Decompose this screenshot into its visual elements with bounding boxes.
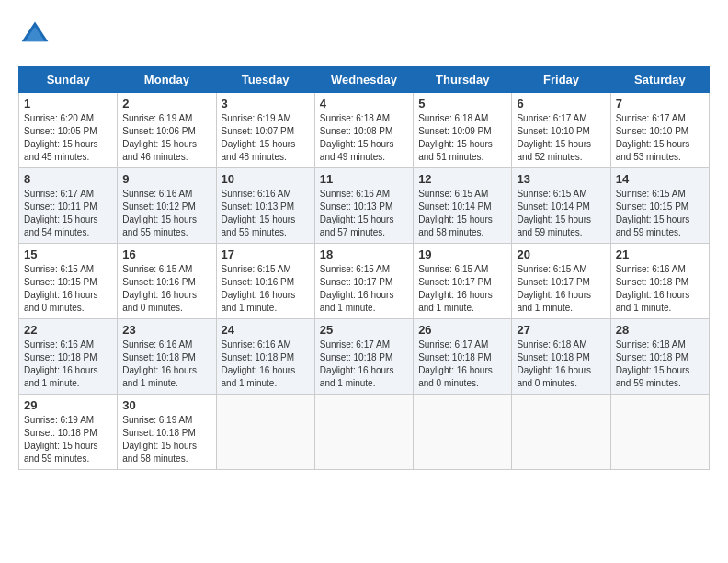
calendar-week-row: 22Sunrise: 6:16 AM Sunset: 10:18 PM Dayl… (19, 319, 710, 395)
day-number: 24 (222, 323, 310, 337)
calendar-header-sunday: Sunday (19, 67, 118, 93)
day-info: Sunrise: 6:15 AM Sunset: 10:14 PM Daylig… (418, 188, 506, 239)
calendar-header-tuesday: Tuesday (216, 67, 314, 93)
day-number: 3 (222, 97, 310, 110)
calendar-cell (216, 395, 314, 470)
day-number: 25 (320, 323, 408, 337)
day-number: 23 (122, 323, 210, 337)
calendar-header-row: SundayMondayTuesdayWednesdayThursdayFrid… (19, 67, 710, 93)
day-info: Sunrise: 6:16 AM Sunset: 10:18 PM Daylig… (122, 339, 210, 390)
day-number: 13 (517, 172, 605, 186)
calendar-cell: 19Sunrise: 6:15 AM Sunset: 10:17 PM Dayl… (414, 244, 512, 319)
calendar-cell: 28Sunrise: 6:18 AM Sunset: 10:18 PM Dayl… (610, 319, 709, 395)
day-info: Sunrise: 6:15 AM Sunset: 10:14 PM Daylig… (517, 188, 605, 239)
calendar-cell: 29Sunrise: 6:19 AM Sunset: 10:18 PM Dayl… (19, 395, 118, 470)
day-number: 27 (517, 323, 605, 337)
day-number: 6 (517, 97, 605, 110)
day-info: Sunrise: 6:15 AM Sunset: 10:16 PM Daylig… (222, 263, 310, 315)
calendar-cell: 11Sunrise: 6:16 AM Sunset: 10:13 PM Dayl… (314, 168, 413, 244)
calendar-cell (610, 395, 709, 470)
day-info: Sunrise: 6:16 AM Sunset: 10:18 PM Daylig… (616, 263, 704, 315)
day-info: Sunrise: 6:15 AM Sunset: 10:15 PM Daylig… (24, 263, 112, 315)
day-number: 10 (222, 172, 310, 186)
calendar-cell: 27Sunrise: 6:18 AM Sunset: 10:18 PM Dayl… (512, 319, 610, 395)
calendar-cell: 18Sunrise: 6:15 AM Sunset: 10:17 PM Dayl… (314, 244, 413, 319)
calendar-cell: 10Sunrise: 6:16 AM Sunset: 10:13 PM Dayl… (216, 168, 314, 244)
day-number: 5 (418, 97, 506, 110)
day-number: 7 (616, 97, 704, 110)
day-number: 20 (517, 247, 605, 261)
calendar-cell: 5Sunrise: 6:18 AM Sunset: 10:09 PM Dayli… (414, 93, 512, 168)
day-info: Sunrise: 6:17 AM Sunset: 10:11 PM Daylig… (24, 188, 112, 239)
day-info: Sunrise: 6:16 AM Sunset: 10:13 PM Daylig… (320, 188, 408, 239)
calendar-cell: 25Sunrise: 6:17 AM Sunset: 10:18 PM Dayl… (314, 319, 413, 395)
logo-icon (18, 18, 51, 52)
calendar-cell (512, 395, 610, 470)
day-number: 14 (616, 172, 704, 186)
day-number: 2 (122, 97, 210, 110)
calendar-cell: 20Sunrise: 6:15 AM Sunset: 10:17 PM Dayl… (512, 244, 610, 319)
day-info: Sunrise: 6:18 AM Sunset: 10:18 PM Daylig… (517, 339, 605, 390)
day-number: 19 (418, 247, 506, 261)
day-number: 28 (616, 323, 704, 337)
day-info: Sunrise: 6:18 AM Sunset: 10:18 PM Daylig… (616, 339, 704, 390)
page-header (18, 18, 710, 52)
calendar-table: SundayMondayTuesdayWednesdayThursdayFrid… (18, 66, 710, 470)
calendar-cell: 4Sunrise: 6:18 AM Sunset: 10:08 PM Dayli… (314, 93, 413, 168)
day-info: Sunrise: 6:16 AM Sunset: 10:12 PM Daylig… (122, 188, 210, 239)
day-number: 4 (320, 97, 408, 110)
day-number: 16 (122, 247, 210, 261)
day-info: Sunrise: 6:19 AM Sunset: 10:18 PM Daylig… (122, 414, 210, 465)
calendar-cell: 23Sunrise: 6:16 AM Sunset: 10:18 PM Dayl… (118, 319, 216, 395)
calendar-week-row: 29Sunrise: 6:19 AM Sunset: 10:18 PM Dayl… (19, 395, 710, 470)
day-info: Sunrise: 6:16 AM Sunset: 10:18 PM Daylig… (24, 339, 112, 390)
calendar-week-row: 8Sunrise: 6:17 AM Sunset: 10:11 PM Dayli… (19, 168, 710, 244)
day-info: Sunrise: 6:19 AM Sunset: 10:18 PM Daylig… (24, 414, 112, 465)
day-number: 9 (122, 172, 210, 186)
calendar-cell: 6Sunrise: 6:17 AM Sunset: 10:10 PM Dayli… (512, 93, 610, 168)
calendar-cell: 7Sunrise: 6:17 AM Sunset: 10:10 PM Dayli… (610, 93, 709, 168)
calendar-cell: 17Sunrise: 6:15 AM Sunset: 10:16 PM Dayl… (216, 244, 314, 319)
calendar-cell: 3Sunrise: 6:19 AM Sunset: 10:07 PM Dayli… (216, 93, 314, 168)
calendar-cell: 30Sunrise: 6:19 AM Sunset: 10:18 PM Dayl… (118, 395, 216, 470)
calendar-header-thursday: Thursday (414, 67, 512, 93)
day-info: Sunrise: 6:15 AM Sunset: 10:16 PM Daylig… (122, 263, 210, 315)
day-number: 8 (24, 172, 112, 186)
calendar-header-wednesday: Wednesday (314, 67, 413, 93)
day-number: 11 (320, 172, 408, 186)
calendar-cell (314, 395, 413, 470)
day-info: Sunrise: 6:20 AM Sunset: 10:05 PM Daylig… (24, 112, 112, 164)
day-number: 22 (24, 323, 112, 337)
calendar-cell: 26Sunrise: 6:17 AM Sunset: 10:18 PM Dayl… (414, 319, 512, 395)
day-info: Sunrise: 6:15 AM Sunset: 10:15 PM Daylig… (616, 188, 704, 239)
calendar-cell: 14Sunrise: 6:15 AM Sunset: 10:15 PM Dayl… (610, 168, 709, 244)
day-info: Sunrise: 6:17 AM Sunset: 10:18 PM Daylig… (418, 339, 506, 390)
calendar-week-row: 1Sunrise: 6:20 AM Sunset: 10:05 PM Dayli… (19, 93, 710, 168)
calendar-cell: 15Sunrise: 6:15 AM Sunset: 10:15 PM Dayl… (19, 244, 118, 319)
day-info: Sunrise: 6:15 AM Sunset: 10:17 PM Daylig… (418, 263, 506, 315)
logo (18, 18, 55, 52)
day-info: Sunrise: 6:17 AM Sunset: 10:10 PM Daylig… (616, 112, 704, 164)
day-info: Sunrise: 6:19 AM Sunset: 10:06 PM Daylig… (122, 112, 210, 164)
calendar-cell: 9Sunrise: 6:16 AM Sunset: 10:12 PM Dayli… (118, 168, 216, 244)
day-number: 12 (418, 172, 506, 186)
day-info: Sunrise: 6:16 AM Sunset: 10:13 PM Daylig… (222, 188, 310, 239)
calendar-cell: 16Sunrise: 6:15 AM Sunset: 10:16 PM Dayl… (118, 244, 216, 319)
calendar-cell: 2Sunrise: 6:19 AM Sunset: 10:06 PM Dayli… (118, 93, 216, 168)
calendar-cell: 24Sunrise: 6:16 AM Sunset: 10:18 PM Dayl… (216, 319, 314, 395)
day-info: Sunrise: 6:17 AM Sunset: 10:18 PM Daylig… (320, 339, 408, 390)
day-number: 15 (24, 247, 112, 261)
day-number: 30 (122, 398, 210, 412)
calendar-cell: 21Sunrise: 6:16 AM Sunset: 10:18 PM Dayl… (610, 244, 709, 319)
calendar-cell: 12Sunrise: 6:15 AM Sunset: 10:14 PM Dayl… (414, 168, 512, 244)
calendar-cell: 22Sunrise: 6:16 AM Sunset: 10:18 PM Dayl… (19, 319, 118, 395)
calendar-header-friday: Friday (512, 67, 610, 93)
day-info: Sunrise: 6:15 AM Sunset: 10:17 PM Daylig… (517, 263, 605, 315)
calendar-cell: 13Sunrise: 6:15 AM Sunset: 10:14 PM Dayl… (512, 168, 610, 244)
calendar-cell: 8Sunrise: 6:17 AM Sunset: 10:11 PM Dayli… (19, 168, 118, 244)
calendar-header-monday: Monday (118, 67, 216, 93)
day-info: Sunrise: 6:15 AM Sunset: 10:17 PM Daylig… (320, 263, 408, 315)
day-info: Sunrise: 6:19 AM Sunset: 10:07 PM Daylig… (222, 112, 310, 164)
calendar-week-row: 15Sunrise: 6:15 AM Sunset: 10:15 PM Dayl… (19, 244, 710, 319)
day-number: 21 (616, 247, 704, 261)
